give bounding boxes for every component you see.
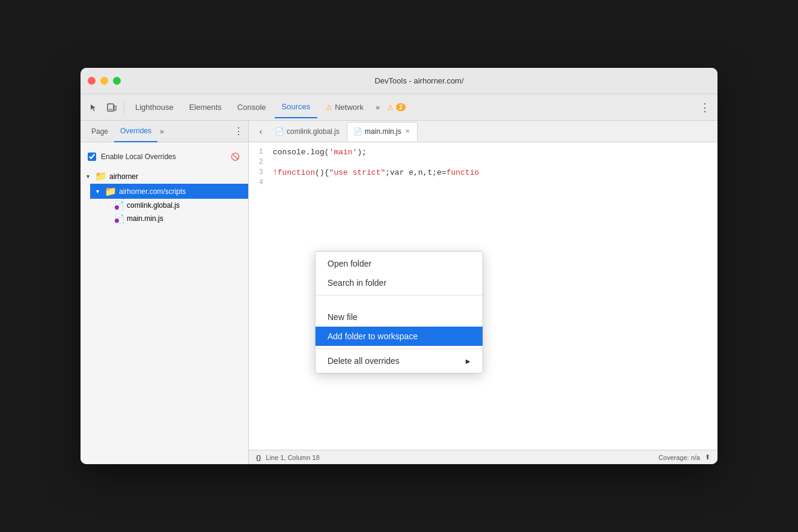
ctx-separator-1 bbox=[315, 295, 483, 295]
tree-file-comlink[interactable]: ▶ 📄 comlink.global.js bbox=[100, 199, 248, 212]
line-num-4: 4 bbox=[249, 178, 273, 187]
override-label: Enable Local Overrides bbox=[101, 153, 224, 161]
device-icon bbox=[107, 103, 117, 112]
line-num-3: 3 bbox=[249, 168, 273, 177]
upload-icon[interactable]: ⬆ bbox=[705, 453, 710, 461]
subfolder-label: airhorner.com/scripts bbox=[119, 187, 186, 196]
tab-sources[interactable]: Sources bbox=[275, 97, 318, 118]
file-icon-main: 📄 bbox=[114, 214, 124, 223]
maximize-button[interactable] bbox=[113, 77, 121, 85]
tree-file-main[interactable]: ▶ 📄 main.min.js bbox=[100, 212, 248, 225]
root-folder-icon: 📁 bbox=[95, 171, 107, 182]
clear-overrides-icon[interactable]: 🚫 bbox=[229, 151, 241, 163]
folder-tree: ▼ 📁 airhorner ▼ 📁 airhorner.com/scripts … bbox=[81, 166, 248, 228]
cursor-icon-button[interactable] bbox=[85, 99, 102, 116]
tab-network[interactable]: ⚠ Network bbox=[318, 97, 371, 118]
sidebar-kebab-button[interactable]: ⋮ bbox=[234, 125, 243, 137]
subfolder-arrow-icon: ▼ bbox=[95, 189, 102, 195]
network-warning-icon: ⚠ bbox=[326, 103, 332, 112]
tab-elements[interactable]: Elements bbox=[182, 97, 229, 118]
window-title: DevTools - airhorner.com/ bbox=[128, 76, 710, 85]
sidebar-tab-overrides[interactable]: Overrides bbox=[114, 121, 157, 142]
subfolder-folder-icon: 📁 bbox=[105, 186, 117, 197]
cursor-icon bbox=[90, 103, 98, 112]
code-line-4: 4 bbox=[249, 178, 717, 188]
file-dot-comlink bbox=[115, 205, 119, 210]
editor-tab-main[interactable]: 📄 main.min.js ✕ bbox=[347, 122, 418, 141]
tree-subfolder-item[interactable]: ▼ 📁 airhorner.com/scripts bbox=[90, 184, 248, 199]
file-main-label: main.min.js bbox=[127, 214, 163, 223]
svg-rect-1 bbox=[114, 106, 116, 110]
line-num-2: 2 bbox=[249, 158, 273, 166]
file-icon-comlink: 📄 bbox=[114, 201, 124, 210]
ctx-separator-2 bbox=[315, 348, 483, 349]
root-folder-label: airhorner bbox=[109, 172, 138, 181]
context-menu: Open folder Search in folder New file Ad… bbox=[315, 251, 483, 373]
comlink-file-icon: 📄 bbox=[275, 127, 284, 136]
line-code-2 bbox=[273, 158, 278, 167]
svg-rect-0 bbox=[108, 104, 114, 111]
file2-arrow-spacer: ▶ bbox=[105, 216, 112, 222]
sidebar: Page Overrides » ⋮ Enable Local Override… bbox=[81, 121, 249, 464]
root-arrow-icon: ▼ bbox=[85, 174, 93, 180]
main-file-icon: 📄 bbox=[353, 127, 362, 136]
main-tab-close[interactable]: ✕ bbox=[404, 127, 411, 136]
tab-lighthouse[interactable]: Lighthouse bbox=[128, 97, 181, 118]
file-comlink-label: comlink.global.js bbox=[127, 201, 180, 210]
code-line-1: 1 console.log('main'); bbox=[249, 147, 717, 157]
speech-submenu-arrow: ▶ bbox=[466, 358, 471, 364]
file-dot-main bbox=[115, 219, 119, 223]
sidebar-more-button[interactable]: » bbox=[157, 127, 166, 136]
editor-tabs: ‹ 📄 comlink.global.js 📄 main.min.js ✕ bbox=[249, 121, 717, 142]
sidebar-tab-page[interactable]: Page bbox=[85, 121, 114, 142]
more-tabs-button[interactable]: » bbox=[372, 99, 383, 116]
sidebar-content: Enable Local Overrides 🚫 ▼ 📁 airhorner ▼… bbox=[81, 142, 248, 464]
global-warning-icon: ⚠ bbox=[387, 103, 394, 112]
ctx-new-file[interactable] bbox=[315, 298, 483, 307]
line-code-3: !function(){"use strict";var e,n,t;e=fun… bbox=[273, 168, 479, 177]
main-tab-label: main.min.js bbox=[365, 127, 401, 136]
ctx-search-in-folder[interactable]: Search in folder bbox=[315, 273, 483, 292]
toolbar-dots-button[interactable]: ⋮ bbox=[697, 101, 713, 114]
close-button[interactable] bbox=[88, 77, 96, 85]
device-icon-button[interactable] bbox=[103, 99, 120, 116]
ctx-delete-overrides[interactable]: Add folder to workspace bbox=[315, 327, 483, 346]
line-code-4 bbox=[273, 178, 278, 187]
enable-overrides-checkbox[interactable] bbox=[88, 153, 96, 161]
ctx-speech[interactable]: Delete all overrides ▶ bbox=[315, 351, 483, 370]
window-controls bbox=[88, 77, 121, 85]
format-icon[interactable]: {} bbox=[256, 454, 261, 461]
status-bar: {} Line 1, Column 18 Coverage: n/a ⬆ bbox=[249, 450, 717, 464]
comlink-tab-label: comlink.global.js bbox=[287, 127, 340, 136]
titlebar: DevTools - airhorner.com/ bbox=[81, 68, 717, 94]
cursor-position: Line 1, Column 18 bbox=[266, 454, 320, 461]
tab-console[interactable]: Console bbox=[230, 97, 273, 118]
toolbar-separator bbox=[124, 101, 124, 113]
toolbar: Lighthouse Elements Console Sources ⚠ Ne… bbox=[81, 94, 717, 121]
file-arrow-spacer: ▶ bbox=[105, 202, 112, 208]
editor-back-icon[interactable]: ‹ bbox=[254, 124, 268, 139]
tree-root-item[interactable]: ▼ 📁 airhorner bbox=[81, 169, 248, 184]
sidebar-tabs: Page Overrides » ⋮ bbox=[81, 121, 248, 142]
ctx-open-folder[interactable]: Open folder bbox=[315, 254, 483, 273]
line-code-1: console.log('main'); bbox=[273, 148, 367, 157]
minimize-button[interactable] bbox=[100, 77, 108, 85]
coverage-status: Coverage: n/a bbox=[659, 454, 700, 461]
editor-tab-comlink[interactable]: 📄 comlink.global.js bbox=[269, 122, 346, 141]
line-num-1: 1 bbox=[249, 148, 273, 156]
override-checkbox-row: Enable Local Overrides 🚫 bbox=[81, 147, 248, 166]
code-line-3: 3 !function(){"use strict";var e,n,t;e=f… bbox=[249, 168, 717, 178]
ctx-add-folder[interactable]: New file bbox=[315, 307, 483, 327]
code-line-2: 2 bbox=[249, 157, 717, 168]
warning-count-badge: 2 bbox=[396, 103, 406, 111]
